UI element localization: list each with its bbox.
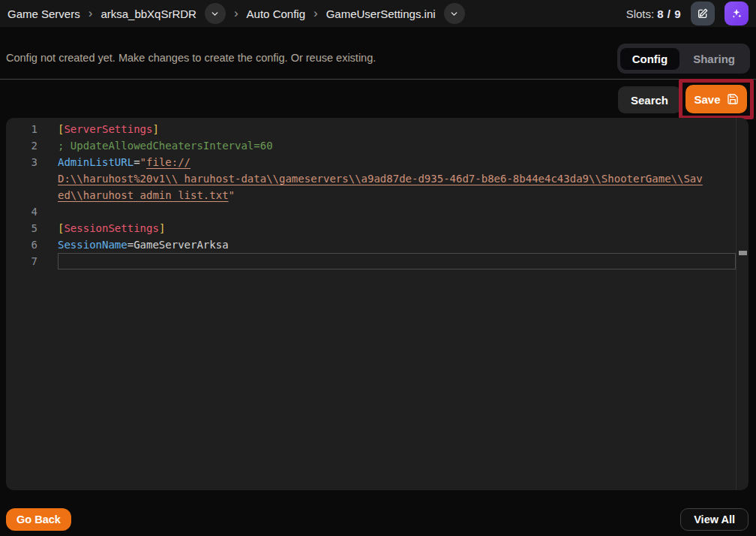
code-token-str: " — [229, 189, 235, 201]
code-token-br: ] — [159, 222, 165, 234]
breadcrumb-auto-config[interactable]: Auto Config — [247, 8, 305, 20]
code-token-key: SessionName — [58, 239, 128, 251]
config-sharing-tabs: Config Sharing — [617, 44, 750, 74]
code-token-br: ] — [152, 123, 158, 135]
code-token-sec: SessionSettings — [64, 222, 158, 234]
search-button[interactable]: Search — [618, 86, 681, 113]
config-code-editor[interactable]: 1[ServerSettings]2; UpdateAllowedCheater… — [6, 118, 748, 490]
top-bar: Game Servers › arksa_bbXqSrRDR › Auto Co… — [0, 0, 756, 27]
breadcrumb: Game Servers › arksa_bbXqSrRDR › Auto Co… — [8, 3, 465, 24]
edit-button[interactable] — [691, 2, 715, 26]
line-number — [6, 170, 58, 187]
code-token-com: ; UpdateAllowedCheatersInterval=60 — [58, 140, 273, 152]
line-number: 3 — [6, 154, 58, 170]
line-number: 4 — [6, 203, 58, 220]
chevron-right-icon: › — [314, 7, 318, 20]
view-all-button[interactable]: View All — [680, 508, 748, 531]
code-token-link: D:\\haruhost%20v1\\_haruhost-data\\games… — [58, 173, 703, 185]
code-line[interactable]: ; UpdateAllowedCheatersInterval=60 — [58, 137, 748, 154]
server-dropdown-button[interactable] — [205, 3, 226, 24]
editor-rows: 1[ServerSettings]2; UpdateAllowedCheater… — [6, 121, 748, 270]
chevron-right-icon: › — [234, 7, 238, 20]
line-number: 6 — [6, 236, 58, 253]
code-token-op: = — [134, 156, 140, 168]
code-token-val: GameServerArksa — [134, 239, 228, 251]
code-line[interactable]: D:\\haruhost%20v1\\_haruhost-data\\games… — [58, 170, 748, 187]
tab-config[interactable]: Config — [620, 48, 680, 70]
editor-row-current[interactable]: 7 — [6, 253, 748, 270]
save-button-label: Save — [694, 93, 720, 106]
code-line[interactable] — [58, 203, 748, 220]
editor-row[interactable]: D:\\haruhost%20v1\\_haruhost-data\\games… — [6, 170, 748, 187]
chevron-down-icon — [449, 9, 459, 19]
save-floppy-icon — [727, 93, 739, 105]
code-line[interactable] — [58, 253, 736, 270]
file-dropdown-button[interactable] — [444, 3, 465, 24]
code-line[interactable]: [ServerSettings] — [58, 121, 748, 137]
code-line[interactable]: ed\\haruhost_admin_list.txt" — [58, 187, 748, 203]
breadcrumb-file-name[interactable]: GameUserSettings.ini — [326, 8, 436, 20]
editor-row[interactable]: 6SessionName=GameServerArksa — [6, 236, 748, 253]
breadcrumb-game-servers[interactable]: Game Servers — [8, 8, 80, 20]
editor-row[interactable]: 3AdminListURL="file:// — [6, 154, 748, 170]
editor-row[interactable]: 4 — [6, 203, 748, 220]
line-number — [6, 187, 58, 203]
code-token-link: file:// — [146, 156, 190, 168]
editor-scrollbar-thumb[interactable] — [739, 251, 747, 255]
chevron-down-icon — [210, 9, 220, 19]
chevron-right-icon: › — [88, 7, 93, 20]
code-line[interactable]: SessionName=GameServerArksa — [58, 236, 748, 253]
editor-row[interactable]: 1[ServerSettings] — [6, 121, 748, 137]
tab-sharing[interactable]: Sharing — [681, 48, 747, 70]
code-token-sec: ServerSettings — [64, 123, 152, 135]
go-back-button[interactable]: Go Back — [6, 508, 71, 531]
code-line[interactable]: [SessionSettings] — [58, 220, 748, 236]
code-token-link: ed\\haruhost_admin_list.txt — [58, 189, 229, 201]
editor-row[interactable]: ed\\haruhost_admin_list.txt" — [6, 187, 748, 203]
top-right-controls: Slots: 8 / 9 — [626, 2, 748, 26]
line-number: 2 — [6, 137, 58, 154]
slots-value: 8 / 9 — [657, 8, 681, 20]
save-button[interactable]: Save — [686, 85, 747, 113]
slots-indicator: Slots: 8 / 9 — [626, 8, 681, 20]
code-token-str: " — [140, 156, 146, 168]
editor-row[interactable]: 2; UpdateAllowedCheatersInterval=60 — [6, 137, 748, 154]
ai-sparkles-icon — [730, 8, 742, 20]
section-divider — [0, 79, 756, 80]
editor-scrollbar[interactable] — [736, 118, 748, 490]
slots-label: Slots: — [626, 8, 655, 20]
line-number: 1 — [6, 121, 58, 137]
save-highlight-annotation: Save — [679, 79, 754, 119]
line-number: 7 — [6, 253, 58, 270]
code-line[interactable]: AdminListURL="file:// — [58, 154, 748, 170]
line-number: 5 — [6, 220, 58, 236]
breadcrumb-server-name[interactable]: arksa_bbXqSrRDR — [100, 8, 196, 20]
code-token-op: = — [128, 239, 134, 251]
page: Game Servers › arksa_bbXqSrRDR › Auto Co… — [0, 0, 756, 536]
code-token-key: AdminListURL — [58, 156, 134, 168]
ai-assistant-button[interactable] — [724, 2, 748, 26]
config-notice-text: Config not created yet. Make changes to … — [6, 52, 376, 64]
edit-icon — [697, 8, 709, 20]
editor-row[interactable]: 5[SessionSettings] — [6, 220, 748, 236]
